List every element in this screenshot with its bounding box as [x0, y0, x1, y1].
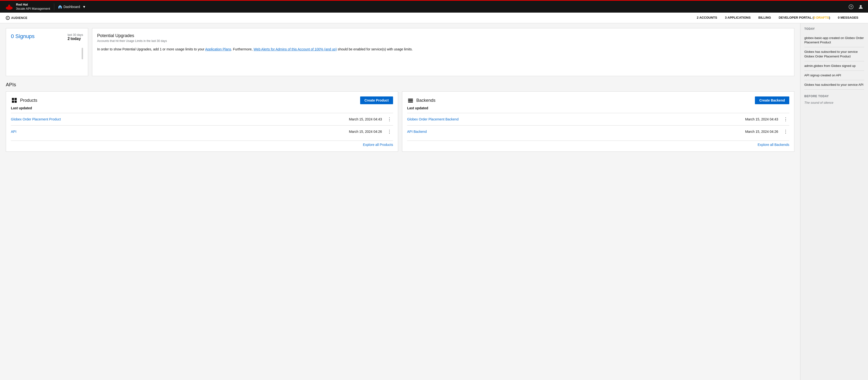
create-product-button[interactable]: Create Product [360, 96, 393, 104]
explore-all-backends-link[interactable]: Explore all Backends [757, 143, 789, 147]
svg-rect-5 [14, 98, 17, 100]
today-label: today [70, 37, 81, 41]
applications-nav-item[interactable]: 3 APPLICATIONS [721, 12, 754, 23]
top-navigation: Red Hat 3scale API Management Dashboard … [0, 0, 868, 12]
brand-name: Red Hat [16, 3, 50, 7]
products-card: Products Create Product Last updated Glo… [6, 91, 398, 152]
backend-item-2-menu[interactable]: ⋮ [782, 129, 789, 134]
audience-section: 0 Signups last 30 days 2 today [6, 28, 795, 76]
product-item-1-date: March 15, 2024 04:43 [349, 117, 382, 121]
product-list-item: Globex Order Placement Product March 15,… [11, 113, 393, 125]
potential-body-text1: In order to show Potential Upgrades, add… [97, 47, 205, 51]
apis-section: APIs [6, 82, 795, 152]
svg-text:?: ? [850, 5, 852, 9]
user-button[interactable] [858, 4, 863, 9]
svg-rect-7 [14, 100, 17, 103]
svg-rect-6 [12, 100, 14, 103]
backend-item-1-menu[interactable]: ⋮ [782, 117, 789, 122]
application-plans-link[interactable]: Application Plans [205, 47, 231, 51]
chevron-down-icon: ▼ [82, 5, 86, 9]
backend-item-1-name[interactable]: Globex Order Placement Backend [407, 117, 459, 121]
before-today-text: The sound of silence [804, 101, 864, 105]
signups-count[interactable]: 0 Signups [11, 33, 35, 39]
apis-grid: Products Create Product Last updated Glo… [6, 91, 795, 152]
audience-bar: ● AUDIENCE 2 ACCOUNTS 3 APPLICATIONS BIL… [0, 12, 868, 23]
apis-section-title: APIs [6, 82, 795, 87]
signups-period: last 30 days [68, 33, 83, 37]
scroll-indicator[interactable] [82, 48, 83, 59]
main-layout: 0 Signups last 30 days 2 today [0, 23, 868, 380]
before-today-section: BEFORE TODAY The sound of silence [804, 94, 864, 105]
audience-navigation: 2 ACCOUNTS 3 APPLICATIONS BILLING DEVELO… [693, 12, 862, 23]
sidebar-item: API signup created on API [804, 71, 864, 80]
potential-body-text2: . Furthermore, [231, 47, 254, 51]
backends-card-title: Backends [416, 98, 435, 103]
potential-upgrades-card: Potential Upgrades Accounts that hit the… [92, 28, 795, 76]
today-count: 2 [68, 37, 70, 41]
home-icon [58, 5, 62, 9]
create-backend-button[interactable]: Create Backend [755, 96, 789, 104]
web-alerts-link[interactable]: Web Alerts for Admins of this Account of… [254, 47, 337, 51]
today-badge: 2 today [68, 37, 83, 41]
main-content: 0 Signups last 30 days 2 today [0, 23, 800, 380]
sidebar-item: Globex has subscribed to your service Gl… [804, 47, 864, 61]
potential-upgrades-body: In order to show Potential Upgrades, add… [97, 47, 789, 52]
product-item-1-menu[interactable]: ⋮ [386, 117, 393, 122]
backends-icon [407, 97, 414, 104]
backends-last-updated-label: Last updated [407, 106, 789, 110]
potential-upgrades-title: Potential Upgrades [97, 33, 789, 38]
audience-label: ● AUDIENCE [6, 16, 27, 20]
explore-all-products-link[interactable]: Explore all Products [363, 143, 393, 147]
potential-body-text3: should be enabled for service(s) with us… [337, 47, 413, 51]
products-last-updated-label: Last updated [11, 106, 393, 110]
backend-item-1-date: March 15, 2024 04:43 [745, 117, 778, 121]
product-item-2-menu[interactable]: ⋮ [386, 129, 393, 134]
right-sidebar: TODAY globex-basic-app created on Globex… [800, 23, 868, 380]
redhat-logo-icon [5, 3, 13, 10]
backend-list-item: Globex Order Placement Backend March 15,… [407, 113, 789, 125]
messages-nav-item[interactable]: 0 MESSAGES [834, 12, 862, 23]
dashboard-nav-item[interactable]: Dashboard ▼ [58, 5, 86, 9]
signups-chart-area [11, 42, 83, 71]
backend-item-2-date: March 15, 2024 04:26 [745, 130, 778, 134]
sidebar-item: globex-basic-app created on Globex Order… [804, 33, 864, 47]
sidebar-item: admin.globex from Globex signed up [804, 61, 864, 71]
dashboard-label: Dashboard [63, 5, 80, 9]
accounts-nav-item[interactable]: 2 ACCOUNTS [693, 12, 721, 23]
drafts-badge: 0 DRAFTS [814, 16, 829, 20]
svg-point-3 [860, 5, 862, 7]
svg-rect-9 [408, 100, 413, 101]
product-list-item: API March 15, 2024 04:26 ⋮ [11, 125, 393, 138]
backend-list-item: API Backend March 15, 2024 04:26 ⋮ [407, 125, 789, 138]
backend-item-2-name[interactable]: API Backend [407, 130, 427, 134]
nav-right-actions: ? [848, 4, 863, 9]
sidebar-item: Globex has subscribed to your service AP… [804, 80, 864, 90]
billing-nav-item[interactable]: BILLING [754, 12, 775, 23]
products-card-title: Products [20, 98, 37, 103]
product-name: 3scale API Management [16, 7, 50, 10]
backends-card: Backends Create Backend Last updated Glo… [402, 91, 795, 152]
before-today-title: BEFORE TODAY [804, 94, 864, 98]
brand-logo: Red Hat 3scale API Management [5, 3, 50, 11]
audience-icon: ● [6, 16, 10, 20]
signups-card: 0 Signups last 30 days 2 today [6, 28, 88, 76]
nav-divider [54, 3, 54, 10]
potential-upgrades-subtitle: Accounts that hit their Usage Limits in … [97, 39, 789, 42]
help-button[interactable]: ? [848, 4, 854, 9]
svg-rect-4 [12, 98, 14, 100]
svg-rect-8 [408, 99, 413, 99]
today-section-title: TODAY [804, 27, 864, 31]
developer-portal-nav-item[interactable]: DEVELOPER PORTAL (0 DRAFTS) [775, 12, 834, 23]
products-icon [11, 97, 18, 104]
product-item-2-name[interactable]: API [11, 130, 17, 134]
product-item-2-date: March 15, 2024 04:26 [349, 130, 382, 134]
svg-rect-10 [408, 101, 413, 103]
product-item-1-name[interactable]: Globex Order Placement Product [11, 117, 61, 121]
